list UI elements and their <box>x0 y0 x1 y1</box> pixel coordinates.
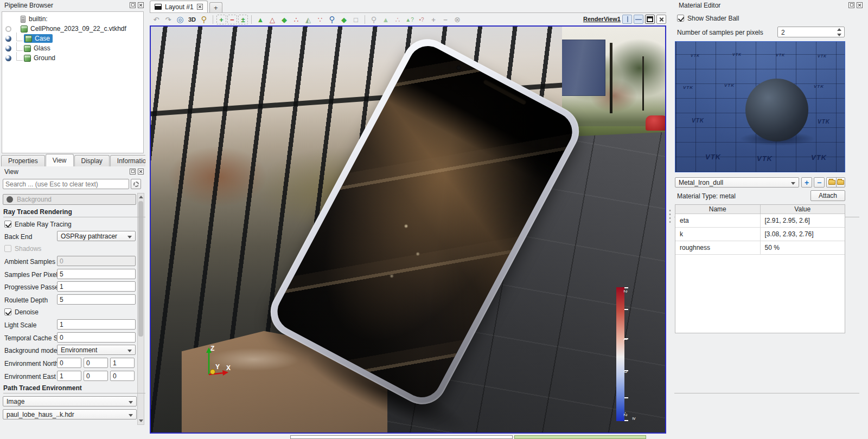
env-north-x-input[interactable] <box>57 358 81 368</box>
background-mode-combo[interactable]: Environment <box>57 345 136 355</box>
samples-spinbox[interactable]: 2 <box>777 27 845 37</box>
tab-display[interactable]: Display <box>74 155 110 166</box>
close-icon[interactable] <box>138 169 144 175</box>
split-horizontal-button[interactable] <box>622 15 632 24</box>
scroll-thumb[interactable] <box>138 201 143 337</box>
scroll-down-icon[interactable] <box>139 419 143 422</box>
temporal-cache-size-input[interactable] <box>57 332 136 343</box>
scroll-up-icon[interactable] <box>139 196 143 198</box>
select-block-icon[interactable]: ⚲ <box>327 14 337 25</box>
samples-per-pixel-input[interactable] <box>57 269 136 279</box>
env-east-x-input[interactable] <box>57 371 81 381</box>
select-blocks-icon[interactable]: ◆ <box>339 14 349 25</box>
select-cells-polygon-icon[interactable]: ◭ <box>303 14 314 25</box>
back-end-combo[interactable]: OSPRay pathtracer <box>57 231 136 241</box>
interactive-select-points-icon[interactable]: ∴ <box>392 14 403 25</box>
close-layout-icon[interactable] <box>197 4 203 10</box>
environment-north-label: Environment North <box>4 360 59 367</box>
environment-file-combo[interactable]: paul_lobe_haus_..k.hdr <box>3 409 137 419</box>
pipeline-item-ground[interactable]: Ground <box>2 53 143 63</box>
close-icon[interactable] <box>138 2 144 8</box>
render-view-name[interactable]: RenderView1 <box>583 16 621 22</box>
show-shader-ball-checkbox[interactable] <box>677 15 684 22</box>
pipeline-item-source[interactable]: CellPhone_2023_09_22_c.vtkhdf <box>2 24 143 34</box>
save-material-button[interactable] <box>836 177 845 188</box>
denoise-checkbox[interactable] <box>4 308 11 315</box>
attach-button[interactable]: Attach <box>810 190 845 201</box>
zoom-to-box-icon[interactable]: ⚲ <box>199 14 209 25</box>
tab-label: View <box>53 157 67 164</box>
visibility-eye-icon[interactable] <box>5 55 11 61</box>
select-cells-through-icon[interactable]: ◆ <box>279 14 290 25</box>
query-points-icon[interactable]: •? <box>416 14 427 25</box>
name-column-header[interactable]: Name <box>675 205 760 214</box>
interactive-select-cells-icon[interactable]: ▲ <box>380 14 391 25</box>
toggle-3d-icon[interactable]: 3D <box>187 14 197 25</box>
property-value[interactable]: 50 % <box>760 241 845 254</box>
close-view-button[interactable] <box>656 15 666 24</box>
env-north-z-input[interactable] <box>110 358 135 368</box>
visibility-eye-icon[interactable] <box>5 36 11 42</box>
source-cube-icon <box>24 55 31 62</box>
close-icon[interactable] <box>857 2 863 8</box>
load-material-button[interactable] <box>826 177 837 188</box>
enable-ray-tracing-checkbox[interactable] <box>4 221 11 228</box>
add-material-button[interactable]: + <box>801 177 812 188</box>
undock-icon[interactable] <box>130 169 136 175</box>
add-selection-icon[interactable]: + <box>216 15 226 24</box>
spin-down-icon[interactable] <box>837 34 841 36</box>
pipeline-item-case[interactable]: Case <box>2 34 143 43</box>
maximize-view-button[interactable] <box>645 15 655 24</box>
select-points-on-surface-icon[interactable]: △ <box>267 14 278 25</box>
progressive-passes-input[interactable] <box>57 281 136 292</box>
search-input[interactable] <box>3 179 129 189</box>
material-editor-title: Material Editor <box>679 2 720 9</box>
save-screenshot-icon[interactable]: ◎ <box>175 14 186 25</box>
remove-material-button[interactable]: − <box>814 177 825 188</box>
value-column-header[interactable]: Value <box>760 205 845 214</box>
new-layout-tab[interactable]: + <box>209 2 222 12</box>
render-viewport[interactable]: Z Y X 2 1 0 -2 ≥ <box>150 25 666 434</box>
property-value[interactable]: [3.08, 2.93, 2.76] <box>760 228 845 241</box>
env-north-y-input[interactable] <box>84 358 108 368</box>
roulette-depth-label: Roulette Depth <box>4 296 48 304</box>
table-row[interactable]: k [3.08, 2.93, 2.76] <box>675 228 845 241</box>
subtract-selection-icon[interactable]: − <box>227 15 237 24</box>
undock-icon[interactable] <box>848 2 854 8</box>
search-options-button[interactable] <box>131 179 141 189</box>
table-row[interactable]: roughness 50 % <box>675 241 845 255</box>
spinner-arrows[interactable] <box>835 28 843 36</box>
paraview-window: Pipeline Browser builtin: CellPhone_2023… <box>0 0 868 439</box>
query-cells-icon[interactable]: ▲? <box>404 14 415 25</box>
rendered-scene: Z Y X 2 1 0 -2 ≥ <box>151 27 665 432</box>
env-east-y-input[interactable] <box>84 371 108 381</box>
select-cells-on-surface-icon[interactable]: ▲ <box>255 14 266 25</box>
light-scale-input[interactable] <box>57 319 136 330</box>
toggle-selection-icon[interactable]: ± <box>238 15 248 24</box>
select-frustum-icon[interactable]: □ <box>350 14 361 25</box>
vtk-watermark: VTK <box>776 53 785 57</box>
spin-up-icon[interactable] <box>837 28 841 31</box>
tab-properties[interactable]: Properties <box>1 155 45 166</box>
visibility-eye-icon[interactable] <box>5 26 11 32</box>
environment-type-combo[interactable]: Image <box>3 396 137 406</box>
visibility-eye-icon[interactable] <box>5 46 11 51</box>
property-value[interactable]: [2.91, 2.95, 2.6] <box>760 214 845 227</box>
roulette-depth-input[interactable] <box>57 294 136 305</box>
split-horizontal-icon <box>627 16 628 22</box>
env-east-z-input[interactable] <box>110 371 135 381</box>
pipeline-item-glass[interactable]: Glass <box>2 43 143 53</box>
undock-icon[interactable] <box>130 2 136 8</box>
table-row[interactable]: eta [2.91, 2.95, 2.6] <box>675 214 845 228</box>
select-points-through-icon[interactable]: ∴ <box>291 14 302 25</box>
split-vertical-button[interactable] <box>634 15 643 24</box>
eye-cell <box>2 36 14 42</box>
background-color-button[interactable]: Background <box>3 194 136 205</box>
pipeline-item-label: Case <box>35 35 50 42</box>
layout-tab[interactable]: Layout #1 <box>150 1 208 12</box>
material-select-combo[interactable]: Metal_Iron_dull <box>675 177 799 188</box>
panel-splitter[interactable] <box>669 209 671 223</box>
pipeline-item-builtin[interactable]: builtin: <box>2 14 143 24</box>
select-points-polygon-icon[interactable]: ∵ <box>315 14 326 25</box>
tab-view[interactable]: View <box>46 154 74 166</box>
